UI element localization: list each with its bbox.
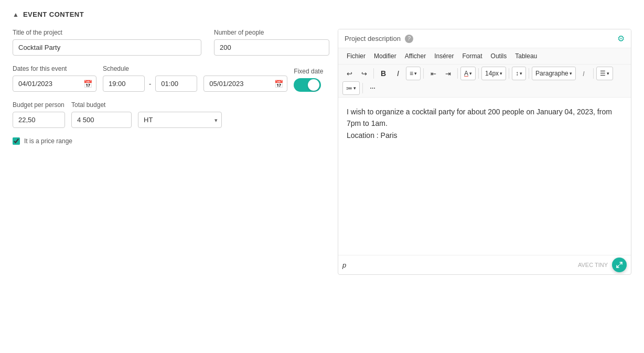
title-input[interactable] bbox=[13, 39, 201, 56]
indent-button[interactable]: ⇥ bbox=[441, 67, 455, 80]
tax-select[interactable]: HT TTC bbox=[138, 112, 222, 128]
menu-tableau[interactable]: Tableau bbox=[511, 50, 541, 62]
editor-expand-button[interactable] bbox=[612, 258, 627, 272]
toolbar-divider-8 bbox=[362, 83, 363, 93]
editor-body[interactable]: I wish to organize a cocktail party for … bbox=[338, 98, 631, 255]
bullet-list-dropdown[interactable]: ☰ ▾ bbox=[596, 67, 613, 80]
italic-format-button[interactable]: I bbox=[577, 67, 591, 80]
toolbar-divider-2 bbox=[423, 68, 424, 79]
toolbar-divider-7 bbox=[593, 68, 594, 79]
people-input[interactable] bbox=[214, 39, 329, 56]
font-size-value: 14px bbox=[485, 70, 499, 77]
numbered-list-icon: ≔ bbox=[346, 84, 352, 92]
price-range-label: It is a price range bbox=[24, 137, 72, 145]
calendar-from-icon[interactable]: 📅 bbox=[83, 80, 92, 88]
numbered-list-dropdown[interactable]: ≔ ▾ bbox=[342, 81, 360, 95]
time-from-input[interactable] bbox=[103, 76, 145, 92]
schedule-label: Schedule bbox=[103, 65, 197, 72]
date-to-label bbox=[203, 65, 287, 72]
menu-fichier[interactable]: Fichier bbox=[342, 50, 370, 62]
editor-content-line1: I wish to organize a cocktail party for … bbox=[347, 106, 622, 130]
bullet-list-icon: ☰ bbox=[600, 70, 606, 77]
people-label: Number of people bbox=[214, 29, 329, 36]
italic-button[interactable]: I bbox=[391, 67, 405, 80]
menu-modifier[interactable]: Modifier bbox=[370, 50, 401, 62]
menu-outils[interactable]: Outils bbox=[487, 50, 511, 62]
menu-inserer[interactable]: Insérer bbox=[430, 50, 458, 62]
toggle-knob bbox=[308, 79, 319, 91]
menu-bar: Fichier Modifier Afficher Insérer Format… bbox=[338, 48, 631, 65]
line-height-dropdown[interactable]: ↕ ▾ bbox=[512, 67, 526, 80]
editor-bottom-row: p AVEC TINY bbox=[338, 255, 631, 274]
toolbar-divider-4 bbox=[478, 68, 479, 79]
line-height-chevron: ▾ bbox=[520, 71, 522, 76]
font-color-a: A bbox=[464, 70, 468, 77]
align-dropdown[interactable]: ≡ ▾ bbox=[406, 67, 421, 80]
total-budget-label: Total budget bbox=[71, 101, 132, 109]
redo-button[interactable]: ↪ bbox=[357, 67, 371, 80]
more-button[interactable]: ··· bbox=[366, 81, 379, 95]
undo-button[interactable]: ↩ bbox=[342, 67, 356, 80]
footer-brand: AVEC TINY bbox=[578, 262, 608, 268]
dates-label: Dates for this event bbox=[13, 65, 96, 72]
time-to-input[interactable] bbox=[155, 76, 197, 92]
paragraph-dropdown[interactable]: Paragraphe ▾ bbox=[532, 67, 576, 80]
paragraph-chevron: ▾ bbox=[570, 71, 572, 76]
calendar-to-icon[interactable]: 📅 bbox=[274, 80, 283, 88]
bullet-chevron: ▾ bbox=[607, 71, 609, 76]
font-color-dropdown[interactable]: A ▾ bbox=[460, 67, 476, 80]
paragraph-value: Paragraphe bbox=[535, 70, 568, 77]
outdent-button[interactable]: ⇤ bbox=[426, 67, 440, 80]
align-icon: ≡ bbox=[410, 70, 413, 77]
time-separator: - bbox=[147, 80, 153, 92]
tax-label bbox=[138, 101, 222, 109]
editor-toolbar: ↩ ↪ B I ≡ ▾ ⇤ ⇥ A ▾ bbox=[338, 65, 631, 98]
toolbar-divider-1 bbox=[373, 68, 374, 79]
align-chevron: ▾ bbox=[414, 71, 417, 76]
font-size-dropdown[interactable]: 14px ▾ bbox=[481, 67, 506, 80]
fixed-date-toggle[interactable] bbox=[294, 78, 321, 92]
editor-footer-tag: p bbox=[342, 261, 346, 269]
font-size-chevron: ▾ bbox=[500, 71, 502, 76]
toolbar-divider-5 bbox=[509, 68, 509, 79]
bold-button[interactable]: B bbox=[377, 67, 390, 80]
help-icon[interactable]: ? bbox=[405, 35, 413, 43]
title-label: Title of the project bbox=[13, 29, 201, 36]
numbered-chevron: ▾ bbox=[353, 85, 356, 91]
budget-person-input[interactable] bbox=[13, 112, 65, 128]
gear-icon[interactable]: ⚙ bbox=[617, 34, 625, 44]
line-height-icon: ↕ bbox=[516, 70, 519, 77]
toolbar-divider-3 bbox=[457, 68, 458, 79]
menu-format[interactable]: Format bbox=[458, 50, 487, 62]
budget-person-label: Budget per person bbox=[13, 101, 65, 109]
menu-afficher[interactable]: Afficher bbox=[401, 50, 430, 62]
fixed-date-label: Fixed date bbox=[294, 68, 323, 75]
editor-content-line2: Location : Paris bbox=[347, 130, 622, 141]
section-title: EVENT CONTENT bbox=[23, 10, 84, 18]
toolbar-divider-6 bbox=[529, 68, 529, 79]
editor-title: Project description bbox=[345, 35, 401, 42]
total-budget-input[interactable] bbox=[71, 112, 132, 128]
price-range-checkbox[interactable] bbox=[13, 137, 20, 145]
section-chevron[interactable]: ▲ bbox=[13, 11, 19, 18]
font-color-chevron: ▾ bbox=[469, 71, 472, 76]
